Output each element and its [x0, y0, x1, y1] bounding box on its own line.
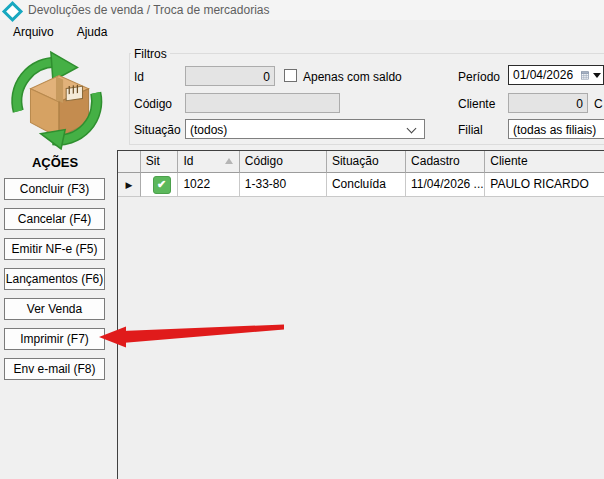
status-check-icon: ✔: [153, 176, 171, 194]
codigo-input[interactable]: [185, 93, 340, 113]
window-title: Devoluções de venda / Troca de mercadori…: [28, 3, 269, 17]
imprimir-button[interactable]: Imprimir (F7): [4, 328, 105, 350]
row-selector-cell[interactable]: ▶: [118, 173, 141, 197]
filters-group-label: Filtros: [131, 47, 170, 61]
apenas-com-saldo-checkbox[interactable]: [284, 69, 297, 82]
situacao-label: Situação: [134, 123, 181, 137]
filial-label: Filial: [458, 123, 483, 137]
grid-header-row: Sit Id Código Situação Cadastro Cliente: [118, 151, 604, 173]
cancelar-button[interactable]: Cancelar (F4): [4, 208, 105, 230]
header-cadastro[interactable]: Cadastro: [406, 151, 485, 173]
menu-arquivo[interactable]: Arquivo: [3, 22, 64, 42]
current-row-arrow-icon: ▶: [125, 180, 132, 190]
calendar-icon[interactable]: [581, 69, 589, 82]
chevron-down-icon: [407, 124, 417, 134]
actions-title: AÇÕES: [0, 155, 110, 170]
header-sit[interactable]: Sit: [141, 151, 179, 173]
header-id-label: Id: [183, 154, 193, 168]
header-id[interactable]: Id: [178, 151, 239, 173]
menu-ajuda[interactable]: Ajuda: [67, 22, 118, 42]
id-label: Id: [134, 70, 144, 84]
cell-cliente: PAULO RICARDO: [485, 173, 604, 197]
ver-venda-button[interactable]: Ver Venda: [4, 298, 105, 320]
concluir-button[interactable]: Concluir (F3): [4, 178, 105, 200]
codigo-label: Código: [134, 97, 172, 111]
cliente-label: Cliente: [458, 97, 495, 111]
periodo-value: 01/04/2026: [513, 66, 573, 84]
env-email-button[interactable]: Env e-mail (F8): [4, 358, 105, 380]
header-codigo[interactable]: Código: [240, 151, 327, 173]
date-dropdown-icon[interactable]: [593, 73, 601, 78]
app-diamond-icon: [2, 0, 23, 21]
filial-value: (todas as filiais): [513, 123, 596, 137]
emitir-nfe-button[interactable]: Emitir NF-e (F5): [4, 238, 105, 260]
periodo-date-input[interactable]: 01/04/2026: [508, 65, 604, 85]
apenas-com-saldo-label[interactable]: Apenas com saldo: [303, 70, 402, 84]
title-bar: Devoluções de venda / Troca de mercadori…: [0, 0, 604, 20]
periodo-label: Período: [458, 70, 500, 84]
header-situacao[interactable]: Situação: [327, 151, 406, 173]
id-input[interactable]: 0: [185, 66, 275, 86]
results-grid: Sit Id Código Situação Cadastro Cliente …: [117, 150, 604, 479]
lancamentos-button[interactable]: Lançamentos (F6): [4, 268, 105, 290]
return-box-icon: [6, 48, 108, 150]
cell-situacao: Concluída: [327, 173, 406, 197]
sort-ascending-icon: [225, 158, 233, 164]
situacao-value: (todos): [190, 123, 227, 137]
cell-id: 1022: [178, 173, 239, 197]
table-row[interactable]: ▶ ✔ 1022 1-33-80 Concluída 11/04/2026 ..…: [118, 173, 604, 197]
cell-codigo: 1-33-80: [240, 173, 327, 197]
app-window: Devoluções de venda / Troca de mercadori…: [0, 0, 604, 479]
filial-select[interactable]: (todas as filiais): [508, 119, 604, 139]
cliente-input[interactable]: 0: [508, 93, 588, 113]
header-row-selector: [118, 151, 141, 173]
situacao-select[interactable]: (todos): [185, 119, 425, 139]
menu-bar: Arquivo Ajuda: [0, 22, 117, 42]
cell-cadastro: 11/04/2026 ...: [406, 173, 485, 197]
cell-sit: ✔: [141, 173, 179, 197]
header-cliente[interactable]: Cliente: [485, 151, 604, 173]
cliente-suffix: C: [594, 97, 603, 111]
